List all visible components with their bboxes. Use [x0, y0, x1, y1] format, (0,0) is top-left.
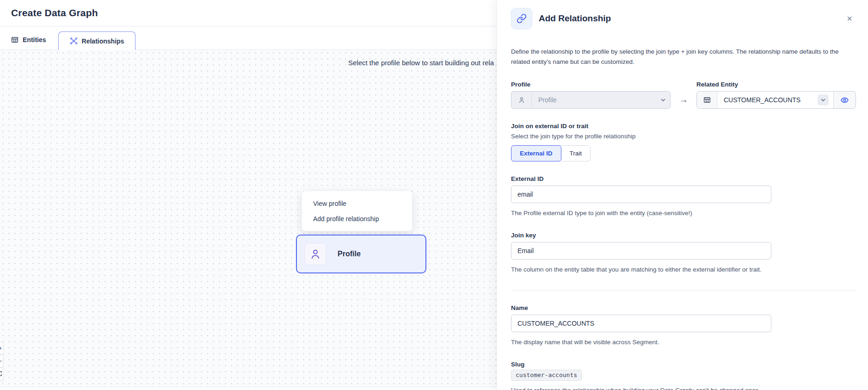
relationships-graph-icon — [70, 37, 78, 45]
add-relationship-panel: Add Relationship × Define the relationsh… — [497, 0, 868, 390]
panel-title: Add Relationship — [539, 13, 837, 24]
name-section: Name The display name that will be visib… — [511, 304, 856, 347]
zoom-in-button[interactable]: + — [0, 342, 3, 354]
slug-label: Slug — [511, 361, 856, 368]
table-icon — [697, 92, 717, 108]
panel-header: Add Relationship × — [511, 8, 856, 29]
name-help: The display name that will be visible ac… — [511, 337, 779, 347]
fit-view-button[interactable] — [0, 368, 3, 380]
canvas-hint: Select the profile below to start buildi… — [348, 59, 494, 67]
zoom-out-button[interactable]: − — [0, 355, 3, 367]
profile-node-label: Profile — [338, 250, 361, 258]
menu-item-add-profile-relationship[interactable]: Add profile relationship — [302, 211, 412, 226]
related-entity-label: Related Entity — [696, 81, 856, 88]
table-icon — [11, 36, 18, 43]
join-type-toggle: External ID Trait — [511, 145, 591, 161]
external-id-input[interactable] — [511, 186, 771, 203]
profile-select[interactable]: Profile — [511, 91, 671, 109]
profile-select-value: Profile — [532, 92, 656, 108]
slug-section: Slug customer-accounts Used to reference… — [511, 361, 856, 390]
canvas-zoom-controls: + − — [0, 342, 3, 380]
eye-icon[interactable] — [833, 92, 856, 108]
chevron-down-icon — [656, 92, 670, 108]
profile-label: Profile — [511, 81, 671, 88]
tab-label-entities: Entities — [23, 36, 46, 43]
chevron-down-icon — [818, 94, 829, 105]
join-key-label: Join key — [511, 232, 856, 239]
join-type-label: Join on external ID or trait — [511, 123, 856, 130]
panel-description: Define the relationship to the profile b… — [511, 47, 856, 67]
external-id-label: External ID — [511, 175, 856, 182]
slug-value: customer-accounts — [511, 370, 582, 381]
person-icon — [511, 92, 532, 108]
page-title: Create Data Graph — [11, 7, 98, 19]
related-entity-value: CUSTOMER_ACCOUNTS — [717, 92, 818, 108]
section-divider — [511, 290, 856, 291]
related-entity-select[interactable]: CUSTOMER_ACCOUNTS — [696, 91, 856, 109]
person-icon — [304, 243, 326, 265]
close-icon[interactable]: × — [843, 12, 856, 25]
name-label: Name — [511, 304, 856, 311]
join-key-section: Join key The column on the entity table … — [511, 232, 856, 274]
profile-node[interactable]: Profile — [296, 235, 426, 273]
menu-item-view-profile[interactable]: View profile — [302, 196, 412, 211]
app: Create Data Graph Entities — [0, 0, 868, 390]
profile-entity-row: Profile Profile → Related Ent — [511, 81, 856, 109]
link-icon — [511, 8, 532, 29]
tab-entities[interactable]: Entities — [8, 36, 58, 50]
slug-help: Used to reference the relationship when … — [511, 385, 763, 390]
join-type-section: Join on external ID or trait Select the … — [511, 123, 856, 161]
slug-chip-wrap: customer-accounts — [511, 370, 856, 381]
arrow-right-icon: → — [671, 94, 696, 109]
external-id-help: The Profile external ID type to join wit… — [511, 208, 779, 218]
join-key-help: The column on the entity table that you … — [511, 265, 779, 274]
external-id-section: External ID The Profile external ID type… — [511, 175, 856, 218]
toggle-external-id[interactable]: External ID — [511, 145, 561, 161]
join-type-sublabel: Select the join type for the profile rel… — [511, 133, 856, 140]
join-key-input[interactable] — [511, 242, 771, 260]
toggle-trait[interactable]: Trait — [560, 145, 591, 161]
name-input[interactable] — [511, 315, 771, 332]
tab-relationships[interactable]: Relationships — [58, 31, 136, 50]
tab-label-relationships: Relationships — [82, 37, 124, 45]
node-context-menu: View profile Add profile relationship — [302, 191, 412, 231]
